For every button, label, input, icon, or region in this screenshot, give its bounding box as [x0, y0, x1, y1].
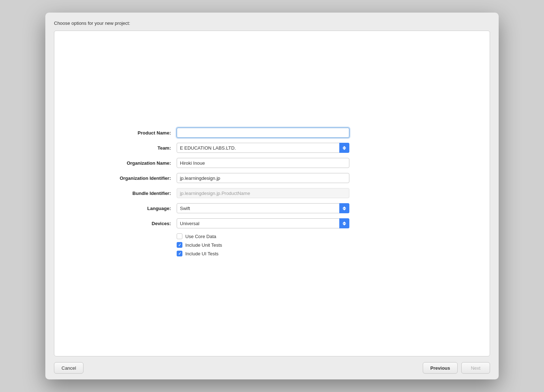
use-core-data-item[interactable]: Use Core Data: [177, 233, 222, 239]
dialog-footer: Cancel Previous Next: [45, 356, 499, 379]
footer-right: Previous Next: [423, 362, 490, 374]
product-name-label: Product Name:: [83, 130, 177, 136]
org-identifier-input[interactable]: [177, 173, 349, 183]
use-core-data-label: Use Core Data: [185, 234, 216, 239]
team-select[interactable]: E EDUCATION LABS.LTD.: [177, 143, 349, 153]
org-identifier-row: Organization Identifier:: [83, 173, 461, 183]
use-core-data-checkbox[interactable]: [177, 233, 182, 239]
include-unit-tests-checkbox[interactable]: [177, 242, 182, 248]
bundle-identifier-label: Bundle Identifier:: [83, 191, 177, 196]
checkboxes-container: Use Core Data Include Unit Tests Include…: [177, 233, 222, 256]
include-unit-tests-item[interactable]: Include Unit Tests: [177, 242, 222, 248]
language-label: Language:: [83, 206, 177, 211]
language-row: Language: Swift Objective-C: [83, 203, 461, 213]
bundle-identifier-row: Bundle Identifier:: [83, 188, 461, 198]
team-select-wrapper: E EDUCATION LABS.LTD.: [177, 143, 349, 153]
org-identifier-label: Organization Identifier:: [83, 176, 177, 181]
form-container: Product Name: Team: E EDUCATION LABS.LTD…: [54, 113, 490, 274]
org-name-label: Organization Name:: [83, 160, 177, 166]
include-ui-tests-checkbox[interactable]: [177, 251, 182, 256]
devices-label: Devices:: [83, 221, 177, 226]
dialog-header: Choose options for your new project:: [45, 13, 499, 31]
org-name-row: Organization Name:: [83, 158, 461, 168]
org-name-input[interactable]: [177, 158, 349, 168]
devices-select[interactable]: Universal iPhone iPad: [177, 218, 349, 228]
previous-button[interactable]: Previous: [423, 362, 458, 374]
product-name-row: Product Name:: [83, 128, 461, 138]
checkboxes-row: Use Core Data Include Unit Tests Include…: [83, 233, 461, 256]
product-name-input[interactable]: [177, 128, 349, 138]
cancel-button[interactable]: Cancel: [54, 362, 83, 374]
include-ui-tests-label: Include UI Tests: [185, 251, 218, 256]
include-unit-tests-label: Include Unit Tests: [185, 242, 222, 248]
language-select[interactable]: Swift Objective-C: [177, 203, 349, 213]
new-project-dialog: Choose options for your new project: Pro…: [45, 13, 499, 379]
include-ui-tests-item[interactable]: Include UI Tests: [177, 251, 222, 256]
bundle-identifier-input: [177, 188, 349, 198]
language-select-wrapper: Swift Objective-C: [177, 203, 349, 213]
devices-select-wrapper: Universal iPhone iPad: [177, 218, 349, 228]
dialog-title: Choose options for your new project:: [54, 20, 130, 26]
team-label: Team:: [83, 145, 177, 151]
team-row: Team: E EDUCATION LABS.LTD.: [83, 143, 461, 153]
next-button[interactable]: Next: [461, 362, 490, 374]
dialog-content: Product Name: Team: E EDUCATION LABS.LTD…: [54, 31, 490, 356]
devices-row: Devices: Universal iPhone iPad: [83, 218, 461, 228]
